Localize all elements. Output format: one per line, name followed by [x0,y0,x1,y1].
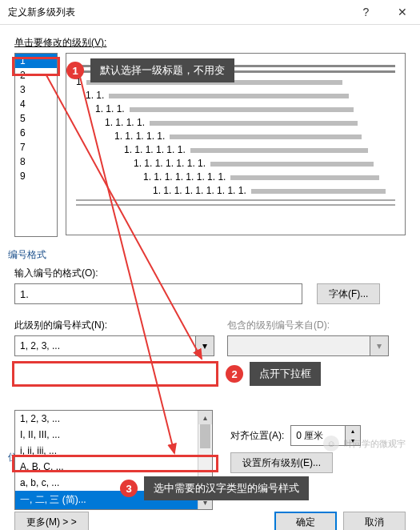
help-button[interactable]: ? [348,0,384,24]
number-format-input[interactable] [14,283,302,304]
watermark: ☺ 叶问学的微观宇 [323,436,406,452]
level-item[interactable]: 7 [15,140,57,155]
cancel-button[interactable]: 取消 [343,512,406,530]
number-format-section: 编号格式 [8,248,406,262]
scroll-up-icon[interactable]: ▴ [198,411,212,424]
dialog-title: 定义新多级列表 [8,6,348,19]
preview-line: 1. 1. [86,90,395,101]
preview-line: 1. 1. 1. 1. 1. 1. 1. 1. [143,171,395,183]
dropdown-option[interactable]: i, ii, iii, ... [15,443,212,459]
level-item[interactable]: 6 [15,126,57,140]
define-multilevel-list-dialog: 定义新多级列表 ? ✕ 单击要修改的级别(V): 123456789 11. 1… [0,0,420,530]
number-style-combo[interactable]: 1, 2, 3, ... ▾ [14,335,214,356]
more-button[interactable]: 更多(M) > > [14,512,89,530]
close-button[interactable]: ✕ [384,0,420,24]
preview-line: 1. 1. 1. 1. 1. 1. 1. 1. 1. [153,185,395,196]
level-item[interactable]: 5 [15,111,57,126]
dropdown-option[interactable]: I, II, III, ... [15,427,212,443]
dropdown-option[interactable]: A, B, C, ... [15,459,212,475]
align-position-label: 对齐位置(A): [230,429,284,443]
font-button[interactable]: 字体(F)... [317,283,380,304]
scroll-thumb[interactable] [200,424,210,448]
preview-line: 1. 1. 1. [95,103,395,114]
spin-up-icon[interactable]: ▴ [346,426,360,436]
callout-3: 3选中需要的汉字类型的编号样式 [120,476,309,500]
dropdown-option[interactable]: 1, 2, 3, ... [15,411,212,427]
include-from-combo: ▾ [227,335,389,356]
level-item[interactable]: 2 [15,68,57,82]
ok-button[interactable]: 确定 [274,512,337,530]
preview-line: 1. 1. 1. 1. [105,117,395,128]
chevron-down-icon[interactable]: ▾ [195,336,214,355]
callout-1: 1默认选择一级标题，不用变 [66,58,234,82]
callout-2: 2点开下拉框 [226,362,321,386]
level-list[interactable]: 123456789 [14,53,58,237]
chevron-down-icon: ▾ [370,336,388,355]
level-item[interactable]: 8 [15,155,57,169]
titlebar: 定义新多级列表 ? ✕ [0,0,420,25]
include-label: 包含的级别编号来自(D): [227,319,406,332]
level-item[interactable]: 9 [15,169,57,183]
wechat-icon: ☺ [323,436,339,452]
level-item[interactable]: 3 [15,82,57,97]
preview-line: 1. 1. 1. 1. 1. 1. 1. [134,158,395,169]
format-label: 输入编号的格式(O): [14,267,406,280]
preview-line: 1. 1. 1. 1. 1. [114,130,395,142]
style-label: 此级别的编号样式(N): [14,319,213,332]
level-item[interactable]: 1 [15,54,57,68]
preview-line: 1. 1. 1. 1. 1. 1. [124,144,395,155]
level-label: 单击要修改的级别(V): [14,36,406,50]
set-all-levels-button[interactable]: 设置所有级别(E)... [230,452,333,473]
level-item[interactable]: 4 [15,97,57,111]
